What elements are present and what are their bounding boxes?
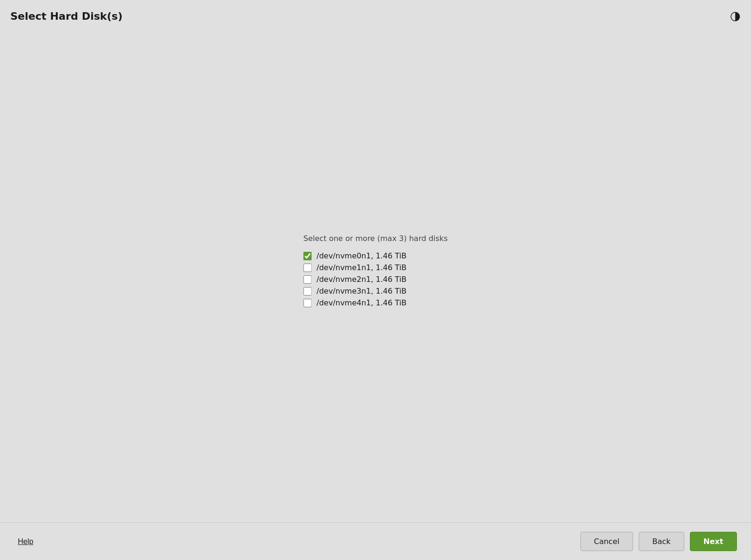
disk-item-3[interactable]: /dev/nvme3n1, 1.46 TiB	[303, 287, 406, 296]
main-content: Select one or more (max 3) hard disks /d…	[303, 234, 447, 307]
disk-checkbox-4[interactable]	[303, 299, 312, 307]
disk-checkbox-2[interactable]	[303, 275, 312, 284]
disk-label-3[interactable]: /dev/nvme3n1, 1.46 TiB	[316, 287, 406, 296]
disk-checkbox-1[interactable]	[303, 264, 312, 272]
disk-item-4[interactable]: /dev/nvme4n1, 1.46 TiB	[303, 298, 406, 307]
theme-toggle-icon[interactable]: ◑	[730, 8, 741, 23]
disk-checkbox-3[interactable]	[303, 287, 312, 296]
bottom-right: Cancel Back Next	[580, 532, 737, 551]
next-button[interactable]: Next	[690, 532, 737, 551]
page-title: Select Hard Disk(s)	[10, 10, 123, 22]
disk-label-1[interactable]: /dev/nvme1n1, 1.46 TiB	[316, 263, 406, 272]
bottom-left: Help	[14, 533, 37, 551]
disk-label-2[interactable]: /dev/nvme2n1, 1.46 TiB	[316, 275, 406, 284]
disk-checkbox-0[interactable]	[303, 252, 312, 260]
disk-label-0[interactable]: /dev/nvme0n1, 1.46 TiB	[316, 251, 406, 260]
bottom-bar: Help Cancel Back Next	[0, 522, 751, 560]
cancel-button[interactable]: Cancel	[580, 532, 633, 551]
disk-list: /dev/nvme0n1, 1.46 TiB/dev/nvme1n1, 1.46…	[303, 251, 406, 307]
help-button[interactable]: Help	[14, 533, 37, 551]
disk-item-2[interactable]: /dev/nvme2n1, 1.46 TiB	[303, 275, 406, 284]
disk-item-0[interactable]: /dev/nvme0n1, 1.46 TiB	[303, 251, 406, 260]
instruction-text: Select one or more (max 3) hard disks	[303, 234, 447, 243]
disk-item-1[interactable]: /dev/nvme1n1, 1.46 TiB	[303, 263, 406, 272]
back-button[interactable]: Back	[639, 532, 684, 551]
disk-label-4[interactable]: /dev/nvme4n1, 1.46 TiB	[316, 298, 406, 307]
